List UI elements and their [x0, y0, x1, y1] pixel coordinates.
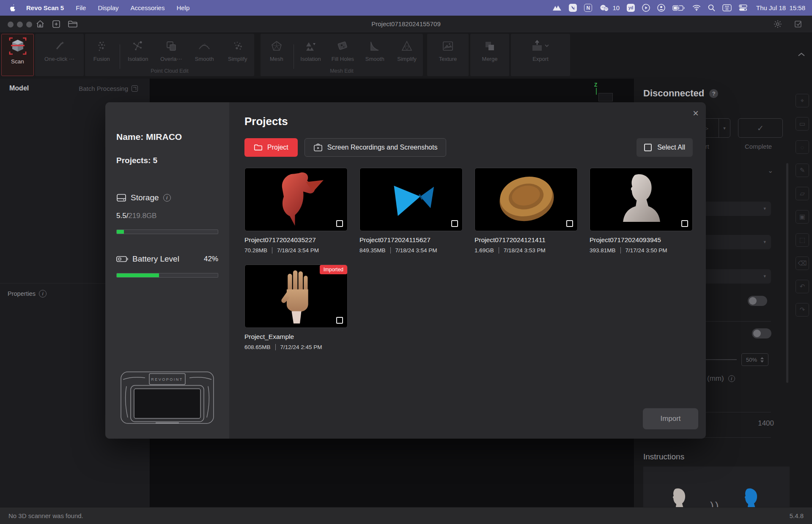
- menubar-clock[interactable]: Thu Jul 18 15:58: [756, 4, 805, 11]
- point-cloud-edit-caption: Point Cloud Edit: [85, 68, 254, 74]
- project-checkbox[interactable]: [336, 220, 343, 227]
- project-card[interactable]: Project07172024035227 70.28MB 7/18/24 3:…: [244, 168, 348, 254]
- select-tool-icon[interactable]: ⌖: [796, 94, 809, 107]
- apple-menu-icon[interactable]: [9, 4, 16, 12]
- stepper-icon[interactable]: [760, 357, 764, 363]
- wechat-badge-count: 10: [612, 4, 620, 11]
- device-projects-dialog: Name: MIRACO Projects: 5 Storage i 5.5/2…: [105, 102, 706, 439]
- pc-isolation-button[interactable]: Isolation: [123, 37, 153, 62]
- fusion-button[interactable]: Fusion: [86, 37, 117, 62]
- texture-button[interactable]: Texture: [433, 37, 463, 62]
- project-date: 7/18/24 3:54 PM: [395, 247, 437, 254]
- project-card[interactable]: Imported Project_Example 608.65MB 7/12/2…: [244, 265, 348, 350]
- batch-processing-button[interactable]: Batch Processing: [79, 85, 138, 92]
- complete-button[interactable]: ✓: [738, 118, 783, 138]
- pc-smooth-button[interactable]: Smooth: [189, 37, 219, 62]
- settings-toggle-2[interactable]: [752, 328, 771, 338]
- project-checkbox[interactable]: [566, 220, 573, 227]
- project-card[interactable]: Project07172024093945 393.81MB 7/17/24 3…: [590, 168, 693, 254]
- export-button[interactable]: Export: [521, 37, 560, 62]
- project-thumbnail[interactable]: [590, 168, 693, 231]
- rect-select-tool-icon[interactable]: ▭: [796, 117, 809, 131]
- depth-range-label: (mm) i: [707, 374, 735, 383]
- model-tab[interactable]: Model: [9, 85, 29, 92]
- wechat-icon[interactable]: [599, 4, 609, 12]
- project-date: 7/18/24 3:54 PM: [277, 247, 319, 254]
- overlap-button[interactable]: Overla⋯: [156, 37, 187, 62]
- project-card[interactable]: Project07172024115627 849.35MB 7/18/24 3…: [359, 168, 463, 254]
- menu-accessories[interactable]: Accessories: [131, 4, 165, 11]
- menu-help[interactable]: Help: [176, 4, 189, 11]
- wifi-icon[interactable]: [692, 5, 701, 11]
- play-circle-icon[interactable]: [642, 4, 650, 12]
- toolbar-collapse-chevron[interactable]: [798, 51, 805, 58]
- mesh-smooth-button[interactable]: Smooth: [359, 37, 390, 62]
- plane-tool-icon[interactable]: ▱: [796, 187, 809, 200]
- start-dropdown-caret[interactable]: ▾: [719, 119, 730, 137]
- device-project-count: Projects: 5: [116, 156, 218, 165]
- menu-file[interactable]: File: [76, 4, 86, 11]
- miraco-device-illustration: REVOPOINT: [120, 368, 215, 428]
- spotlight-search-icon[interactable]: [708, 4, 715, 11]
- redo-icon[interactable]: ↷: [796, 303, 809, 317]
- project-meta: 393.81MB 7/17/24 3:50 PM: [590, 247, 693, 254]
- one-click-button[interactable]: One-click ⋯: [44, 37, 75, 62]
- panel-scrollbar[interactable]: [786, 163, 788, 383]
- mm-info-icon[interactable]: i: [728, 375, 735, 382]
- mesh-isolation-button[interactable]: Isolation: [296, 37, 326, 62]
- lasso-tool-icon[interactable]: ◌: [796, 140, 809, 154]
- project-date: 7/17/24 3:50 PM: [625, 247, 667, 254]
- feedback-log-icon[interactable]: [793, 19, 803, 30]
- project-checkbox[interactable]: [336, 317, 343, 324]
- crop-tool-icon[interactable]: ⬚: [796, 233, 809, 247]
- import-button[interactable]: Import: [643, 408, 698, 429]
- settings-gear-icon[interactable]: [773, 19, 782, 30]
- peaks-icon[interactable]: [552, 5, 562, 11]
- project-checkbox[interactable]: [451, 220, 458, 227]
- help-icon[interactable]: ?: [709, 89, 718, 98]
- project-card[interactable]: Project07172024121411 1.69GB 7/18/24 3:5…: [475, 168, 578, 254]
- project-size: 849.35MB: [359, 247, 386, 254]
- meta-divider: [620, 247, 621, 254]
- storage-info-icon[interactable]: i: [163, 194, 171, 202]
- swift-app-icon[interactable]: [569, 4, 577, 12]
- project-thumbnail[interactable]: Imported: [244, 265, 348, 328]
- menu-app-name[interactable]: Revo Scan 5: [26, 4, 64, 11]
- merge-button[interactable]: Merge: [475, 37, 505, 62]
- box-tool-icon[interactable]: ▣: [796, 210, 809, 224]
- close-icon[interactable]: ×: [693, 108, 699, 118]
- select-all-checkbox[interactable]: [644, 144, 652, 151]
- yd-app-icon[interactable]: yd: [627, 4, 635, 12]
- input-source-icon[interactable]: [722, 4, 732, 11]
- mesh-button[interactable]: Mesh: [261, 37, 292, 62]
- tab-screen-recordings[interactable]: Screen Recordings and Screenshots: [304, 138, 447, 157]
- properties-info-icon[interactable]: i: [39, 290, 47, 297]
- fill-holes-button[interactable]: Fill Holes: [327, 37, 358, 62]
- bust-scan-thumbnail: [590, 168, 693, 231]
- undo-icon[interactable]: ↶: [796, 280, 809, 293]
- mesh-simplify-button[interactable]: Simplify: [392, 37, 422, 62]
- brush-tool-icon[interactable]: ✎: [796, 164, 809, 177]
- project-thumbnail[interactable]: [475, 168, 578, 231]
- project-checkbox[interactable]: [681, 220, 688, 227]
- zoom-percent-field[interactable]: 50%: [741, 353, 768, 366]
- project-thumbnail[interactable]: [244, 168, 348, 231]
- control-center-icon[interactable]: [739, 4, 747, 11]
- section-collapse-chevron[interactable]: ⌄: [768, 166, 773, 175]
- scan-button[interactable]: Scan: [1, 34, 34, 76]
- model-panel-header: Model Batch Processing: [0, 79, 150, 98]
- imported-badge: Imported: [320, 265, 347, 274]
- magic-wand-icon: [44, 37, 75, 55]
- notion-icon[interactable]: N: [584, 4, 592, 12]
- project-thumbnail[interactable]: [359, 168, 463, 231]
- menu-display[interactable]: Display: [98, 4, 118, 11]
- delete-tool-icon[interactable]: ⌫: [796, 257, 809, 270]
- settings-toggle-1[interactable]: [748, 296, 767, 306]
- select-all-button[interactable]: Select All: [636, 138, 693, 157]
- battery-charging-icon[interactable]: [672, 5, 685, 11]
- pc-simplify-button[interactable]: Simplify: [222, 37, 253, 62]
- macos-menubar: Revo Scan 5 File Display Accessories Hel…: [0, 0, 812, 16]
- tab-project[interactable]: Project: [244, 138, 298, 157]
- user-circle-icon[interactable]: [657, 4, 665, 12]
- batch-processing-icon: [132, 85, 138, 92]
